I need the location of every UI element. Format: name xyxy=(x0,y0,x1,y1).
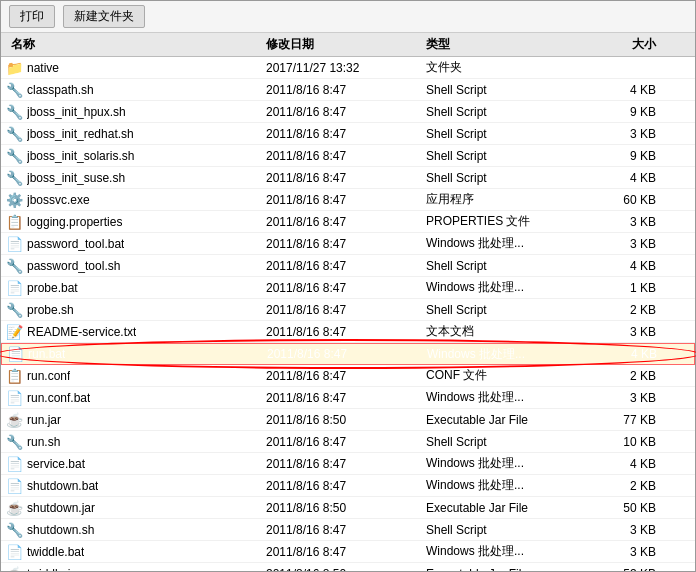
file-row[interactable]: 🔧 jboss_init_hpux.sh 2011/8/16 8:47 Shel… xyxy=(1,101,695,123)
file-list: 📁 native 2017/11/27 13:32 文件夹 🔧 classpat… xyxy=(1,57,695,571)
file-name-cell: 📄 probe.bat xyxy=(1,279,266,297)
file-name-cell: 📄 service.bat xyxy=(1,455,266,473)
header-type[interactable]: 类型 xyxy=(426,36,586,53)
file-type: Shell Script xyxy=(426,105,586,119)
file-size: 4 KB xyxy=(586,171,666,185)
file-type: Executable Jar File xyxy=(426,501,586,515)
file-date: 2017/11/27 13:32 xyxy=(266,61,426,75)
file-name: jboss_init_solaris.sh xyxy=(27,149,134,163)
file-type: 文本文档 xyxy=(426,323,586,340)
file-date: 2011/8/16 8:47 xyxy=(266,127,426,141)
file-size: 2 KB xyxy=(586,479,666,493)
file-row[interactable]: ☕ run.jar 2011/8/16 8:50 Executable Jar … xyxy=(1,409,695,431)
print-button[interactable]: 打印 xyxy=(9,5,55,28)
file-size: 2 KB xyxy=(586,303,666,317)
file-icon: 🔧 xyxy=(5,301,23,319)
file-icon: 🔧 xyxy=(5,257,23,275)
file-date: 2011/8/16 8:47 xyxy=(266,83,426,97)
header-size[interactable]: 大小 xyxy=(586,36,666,53)
file-row[interactable]: 🔧 run.sh 2011/8/16 8:47 Shell Script 10 … xyxy=(1,431,695,453)
file-row[interactable]: 🔧 shutdown.sh 2011/8/16 8:47 Shell Scrip… xyxy=(1,519,695,541)
file-icon: 🔧 xyxy=(5,103,23,121)
file-row[interactable]: 📄 run.bat 2011/8/16 8:47 Windows 批处理... … xyxy=(1,343,695,365)
file-name: service.bat xyxy=(27,457,85,471)
file-type: CONF 文件 xyxy=(426,367,586,384)
file-row[interactable]: 📄 run.conf.bat 2011/8/16 8:47 Windows 批处… xyxy=(1,387,695,409)
file-icon: 📄 xyxy=(5,477,23,495)
file-type: PROPERTIES 文件 xyxy=(426,213,586,230)
file-date: 2011/8/16 8:47 xyxy=(266,391,426,405)
file-date: 2011/8/16 8:47 xyxy=(266,435,426,449)
file-size: 3 KB xyxy=(586,545,666,559)
file-icon: 🔧 xyxy=(5,169,23,187)
file-icon: 🔧 xyxy=(5,433,23,451)
file-date: 2011/8/16 8:47 xyxy=(267,347,427,361)
file-size: 4 KB xyxy=(586,457,666,471)
file-name: run.jar xyxy=(27,413,61,427)
file-date: 2011/8/16 8:47 xyxy=(266,545,426,559)
file-name: run.sh xyxy=(27,435,60,449)
file-size: 9 KB xyxy=(586,105,666,119)
file-type: Executable Jar File xyxy=(426,567,586,572)
file-name: password_tool.sh xyxy=(27,259,120,273)
file-row[interactable]: 📁 native 2017/11/27 13:32 文件夹 xyxy=(1,57,695,79)
file-row[interactable]: ☕ shutdown.jar 2011/8/16 8:50 Executable… xyxy=(1,497,695,519)
file-name-cell: ☕ run.jar xyxy=(1,411,266,429)
file-name-cell: 🔧 run.sh xyxy=(1,433,266,451)
file-row[interactable]: 🔧 jboss_init_solaris.sh 2011/8/16 8:47 S… xyxy=(1,145,695,167)
file-row[interactable]: ⚙️ jbossvc.exe 2011/8/16 8:47 应用程序 60 KB xyxy=(1,189,695,211)
file-icon: ⚙️ xyxy=(5,191,23,209)
file-name-cell: 📄 twiddle.bat xyxy=(1,543,266,561)
file-icon: 🔧 xyxy=(5,147,23,165)
file-row[interactable]: 🔧 password_tool.sh 2011/8/16 8:47 Shell … xyxy=(1,255,695,277)
toolbar: 打印 新建文件夹 xyxy=(1,1,695,33)
header-date[interactable]: 修改日期 xyxy=(266,36,426,53)
file-icon: 📝 xyxy=(5,323,23,341)
file-size: 3 KB xyxy=(586,391,666,405)
file-row[interactable]: 📝 README-service.txt 2011/8/16 8:47 文本文档… xyxy=(1,321,695,343)
file-size: 1 KB xyxy=(586,281,666,295)
file-size: 4 KB xyxy=(586,259,666,273)
file-icon: 📋 xyxy=(5,213,23,231)
file-name-cell: 📄 shutdown.bat xyxy=(1,477,266,495)
file-type: Windows 批处理... xyxy=(426,455,586,472)
file-name-cell: 🔧 probe.sh xyxy=(1,301,266,319)
file-name: run.conf.bat xyxy=(27,391,90,405)
file-name-cell: 📄 run.conf.bat xyxy=(1,389,266,407)
file-size: 53 KB xyxy=(586,567,666,572)
file-row[interactable]: 📋 logging.properties 2011/8/16 8:47 PROP… xyxy=(1,211,695,233)
file-type: Shell Script xyxy=(426,435,586,449)
file-icon: ☕ xyxy=(5,411,23,429)
file-date: 2011/8/16 8:47 xyxy=(266,457,426,471)
file-size: 77 KB xyxy=(586,413,666,427)
file-row[interactable]: 🔧 classpath.sh 2011/8/16 8:47 Shell Scri… xyxy=(1,79,695,101)
file-name-cell: 🔧 jboss_init_suse.sh xyxy=(1,169,266,187)
file-row[interactable]: 📄 password_tool.bat 2011/8/16 8:47 Windo… xyxy=(1,233,695,255)
file-name-cell: 📝 README-service.txt xyxy=(1,323,266,341)
file-row[interactable]: 📄 service.bat 2011/8/16 8:47 Windows 批处理… xyxy=(1,453,695,475)
file-icon: 🔧 xyxy=(5,81,23,99)
new-folder-button[interactable]: 新建文件夹 xyxy=(63,5,145,28)
file-type: 文件夹 xyxy=(426,59,586,76)
file-type: Shell Script xyxy=(426,127,586,141)
file-row[interactable]: 📋 run.conf 2011/8/16 8:47 CONF 文件 2 KB xyxy=(1,365,695,387)
file-date: 2011/8/16 8:47 xyxy=(266,215,426,229)
file-row[interactable]: 📄 shutdown.bat 2011/8/16 8:47 Windows 批处… xyxy=(1,475,695,497)
file-icon: 📋 xyxy=(5,367,23,385)
file-name: native xyxy=(27,61,59,75)
file-name: jboss_init_redhat.sh xyxy=(27,127,134,141)
file-date: 2011/8/16 8:47 xyxy=(266,479,426,493)
file-size: 3 KB xyxy=(586,215,666,229)
file-row[interactable]: ☕ twiddle.jar 2011/8/16 8:50 Executable … xyxy=(1,563,695,571)
file-row[interactable]: 🔧 jboss_init_redhat.sh 2011/8/16 8:47 Sh… xyxy=(1,123,695,145)
header-name[interactable]: 名称 xyxy=(1,36,266,53)
file-date: 2011/8/16 8:47 xyxy=(266,523,426,537)
file-row[interactable]: 🔧 jboss_init_suse.sh 2011/8/16 8:47 Shel… xyxy=(1,167,695,189)
file-name: run.bat xyxy=(28,347,65,361)
file-row[interactable]: 🔧 probe.sh 2011/8/16 8:47 Shell Script 2… xyxy=(1,299,695,321)
file-icon: 📄 xyxy=(5,543,23,561)
file-size: 60 KB xyxy=(586,193,666,207)
file-row[interactable]: 📄 twiddle.bat 2011/8/16 8:47 Windows 批处理… xyxy=(1,541,695,563)
file-explorer: 打印 新建文件夹 名称 修改日期 类型 大小 📁 native 2017/11/… xyxy=(0,0,696,572)
file-row[interactable]: 📄 probe.bat 2011/8/16 8:47 Windows 批处理..… xyxy=(1,277,695,299)
